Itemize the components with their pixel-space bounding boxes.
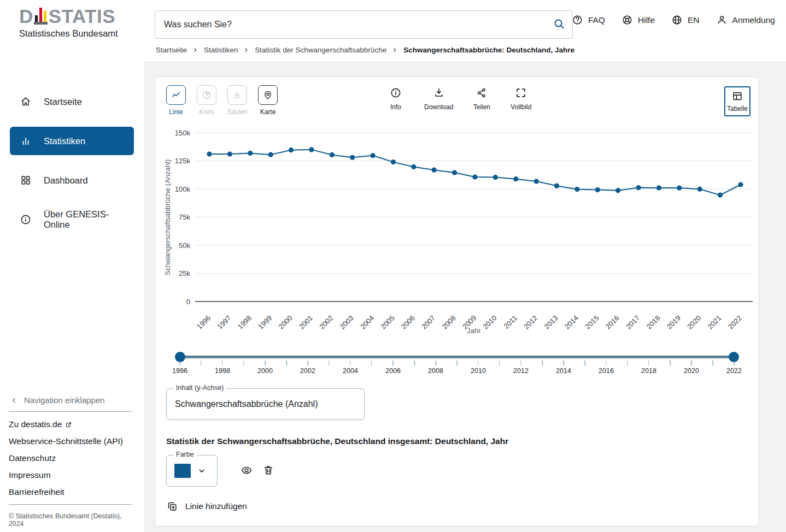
slider-tick: [627, 360, 628, 365]
sidebar-item-startseite[interactable]: Startseite: [10, 87, 134, 116]
link-webservice-api[interactable]: Webservice-Schnittstelle (API): [9, 436, 132, 446]
data-point[interactable]: [595, 187, 600, 192]
data-point[interactable]: [371, 153, 376, 158]
slider-handle-min[interactable]: [175, 352, 185, 362]
data-point[interactable]: [207, 152, 212, 157]
delete-line-button[interactable]: [260, 462, 277, 480]
data-point[interactable]: [391, 159, 396, 164]
info-button[interactable]: Info: [385, 87, 407, 111]
slider-tick: [542, 360, 543, 365]
faq-link[interactable]: FAQ: [572, 14, 605, 26]
header-links: FAQ Hilfe EN Anmeldung: [572, 14, 775, 26]
data-point[interactable]: [248, 151, 253, 156]
data-point[interactable]: [656, 185, 661, 190]
sidebar-item-ueber-genesis[interactable]: Über GENESIS-Online: [10, 205, 134, 234]
x-tick-label: 2022: [726, 314, 743, 331]
chart-actions: Info Download Teilen Vollbild: [385, 87, 532, 111]
slider-tick: [286, 360, 287, 365]
x-tick-label: 2016: [604, 314, 621, 331]
data-point[interactable]: [534, 179, 539, 184]
dashboard-grid-icon: [20, 174, 32, 186]
link-datenschutz[interactable]: Datenschutz: [9, 453, 132, 463]
data-point[interactable]: [677, 186, 682, 191]
link-impressum[interactable]: Impressum: [9, 470, 132, 480]
color-picker-field[interactable]: Farbe: [166, 455, 218, 487]
slider-tick: [222, 360, 223, 365]
table-view-button[interactable]: Tabelle: [724, 86, 750, 116]
slider-tick: [670, 360, 671, 365]
search-button[interactable]: [552, 17, 566, 32]
slider-tick: [201, 360, 202, 365]
x-tick-label: 1998: [236, 314, 253, 331]
y-axis-content-field[interactable]: Inhalt (y-Achse) Schwangerschaftsabbrüch…: [166, 388, 365, 420]
data-point[interactable]: [289, 147, 294, 152]
sidebar-item-label: Dashboard: [44, 175, 88, 186]
data-point[interactable]: [309, 147, 314, 152]
hilfe-link[interactable]: Hilfe: [621, 14, 655, 26]
data-point[interactable]: [432, 168, 437, 173]
link-barrierefreiheit[interactable]: Barrierefreiheit: [9, 487, 132, 497]
link-destatis[interactable]: Zu destatis.de: [9, 419, 132, 429]
slider-tick: [307, 360, 308, 365]
chart-type-linie-button[interactable]: Linie: [162, 85, 190, 116]
y-axis-field-label: Inhalt (y-Achse): [173, 384, 227, 392]
pie-chart-icon: [201, 90, 212, 101]
slider-handle-max[interactable]: [729, 352, 739, 362]
data-point[interactable]: [472, 174, 477, 179]
toggle-visibility-button[interactable]: [238, 462, 255, 480]
data-point[interactable]: [493, 175, 498, 180]
globe-icon: [671, 14, 683, 26]
y-tick-label: 150k: [175, 129, 191, 137]
sidebar-item-statistiken[interactable]: Statistiken: [10, 127, 134, 155]
series-title: Statistik der Schwangerschaftsabbrüche, …: [166, 436, 508, 446]
x-tick-label: 2002: [318, 314, 335, 331]
chart-type-karte-button[interactable]: Karte: [254, 85, 282, 116]
add-line-button[interactable]: Linie hinzufügen: [166, 500, 247, 512]
sidebar-item-dashboard[interactable]: Dashboard: [10, 166, 134, 194]
search-input[interactable]: [155, 10, 573, 39]
language-switch[interactable]: EN: [671, 14, 700, 26]
download-button[interactable]: Download: [424, 87, 453, 111]
info-circle-icon: [390, 87, 402, 99]
data-point[interactable]: [636, 185, 641, 190]
breadcrumb-item[interactable]: Statistik der Schwangerschaftsabbrüche: [255, 46, 386, 54]
data-point[interactable]: [574, 187, 579, 192]
x-tick-label: 2011: [502, 314, 519, 330]
data-point[interactable]: [554, 184, 559, 188]
sidebar-item-label: Über GENESIS-Online: [44, 209, 124, 230]
x-tick-label: 2014: [563, 314, 580, 331]
data-point[interactable]: [697, 187, 702, 192]
data-point[interactable]: [738, 182, 743, 187]
data-point[interactable]: [411, 164, 416, 169]
slider-tick-label: 2010: [471, 367, 486, 375]
destatis-logo[interactable]: D STATIS Statistisches Bundesamt: [19, 8, 118, 39]
external-link-icon: [65, 421, 72, 428]
year-range-slider: 1996199820002002200420062008201020122014…: [180, 352, 734, 378]
data-point[interactable]: [615, 188, 620, 193]
chart-type-kreis-button[interactable]: Kreis: [192, 85, 221, 116]
chart-type-saeulen-button[interactable]: Säulen: [223, 85, 251, 116]
x-tick-label: 1999: [256, 314, 273, 331]
x-tick-label: 2010: [481, 314, 498, 331]
anmeldung-link[interactable]: Anmeldung: [716, 14, 775, 26]
slider-tick-label: 2022: [726, 367, 742, 375]
share-button[interactable]: Teilen: [471, 87, 492, 111]
data-point[interactable]: [227, 152, 232, 157]
data-point[interactable]: [718, 193, 723, 198]
logo-bars-icon: [34, 8, 48, 25]
topbar: FAQ Hilfe EN Anmeldung Startseite Statis…: [144, 0, 786, 61]
y-tick-label: 125k: [175, 157, 191, 165]
data-point[interactable]: [330, 152, 335, 157]
data-point[interactable]: [268, 152, 273, 157]
slider-tick-label: 2004: [343, 367, 358, 375]
breadcrumb-item[interactable]: Statistiken: [204, 46, 238, 54]
collapse-navigation-button[interactable]: Navigation einklappen: [10, 395, 132, 405]
fullscreen-button[interactable]: Vollbild: [510, 87, 532, 111]
sidebar-nav: Startseite Statistiken Dashboard Über GE…: [10, 87, 134, 245]
data-point[interactable]: [452, 170, 457, 175]
slider-track[interactable]: [180, 356, 734, 358]
breadcrumb-item[interactable]: Startseite: [156, 46, 187, 54]
data-point[interactable]: [350, 155, 355, 160]
data-point[interactable]: [513, 176, 518, 181]
logo-subtitle: Statistisches Bundesamt: [19, 28, 118, 39]
